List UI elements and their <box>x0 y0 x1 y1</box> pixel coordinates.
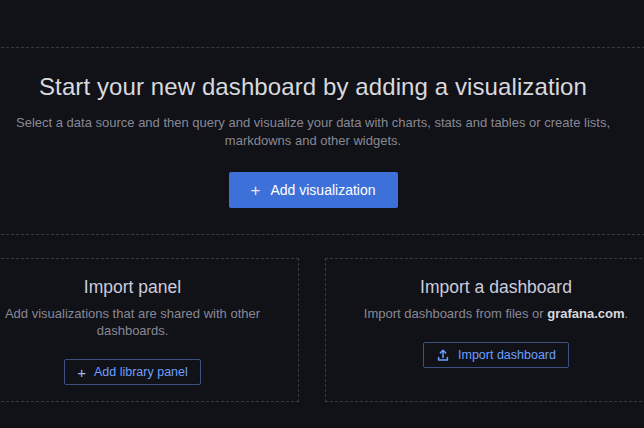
page-description: Select a data source and then query and … <box>16 114 610 150</box>
grafana-com-text: grafana.com <box>547 306 624 321</box>
add-visualization-button-label: Add visualization <box>270 182 375 198</box>
plus-icon: + <box>251 182 261 199</box>
page-title: Start your new dashboard by adding a vis… <box>39 72 587 102</box>
add-visualization-panel: Start your new dashboard by adding a vis… <box>0 47 644 235</box>
grafana-new-dashboard-empty-state: Start your new dashboard by adding a vis… <box>0 0 644 428</box>
upload-icon <box>436 348 450 362</box>
add-library-panel-button-label: Add library panel <box>94 365 188 379</box>
plus-icon: + <box>77 365 86 380</box>
import-dashboard-button-label: Import dashboard <box>458 348 556 362</box>
add-visualization-button[interactable]: + Add visualization <box>229 172 398 208</box>
import-dashboard-button[interactable]: Import dashboard <box>423 342 569 368</box>
import-dashboard-description: Import dashboards from files or grafana.… <box>364 305 628 322</box>
import-panel-description: Add visualizations that are shared with … <box>5 305 260 339</box>
import-panel-card: Import panel Add visualizations that are… <box>0 258 299 402</box>
import-dashboard-description-text: Import dashboards from files or <box>364 306 548 321</box>
import-panel-description-line1: Add visualizations that are shared with … <box>5 306 260 321</box>
import-dashboard-card: Import a dashboard Import dashboards fro… <box>325 258 644 402</box>
import-dashboard-title: Import a dashboard <box>420 276 572 298</box>
import-dashboard-description-period: . <box>625 306 629 321</box>
import-panel-description-line2: dashboards. <box>97 323 169 338</box>
add-library-panel-button[interactable]: + Add library panel <box>64 359 201 385</box>
page-description-line1: Select a data source and then query and … <box>16 115 610 130</box>
page-description-line2: markdowns and other widgets. <box>225 133 401 148</box>
import-panel-title: Import panel <box>84 276 181 298</box>
